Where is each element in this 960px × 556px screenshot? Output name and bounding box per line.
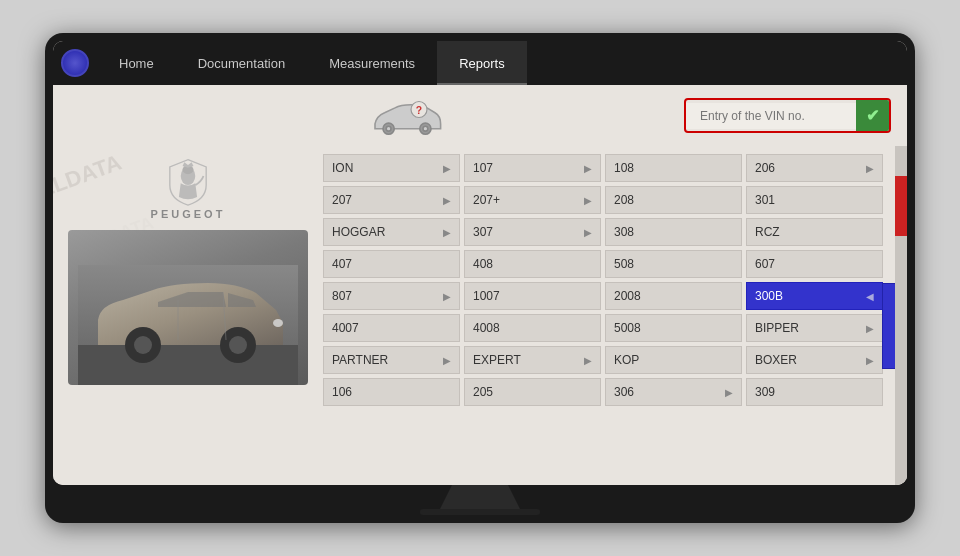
model-cell-407[interactable]: 407 — [323, 250, 460, 278]
arrow-icon: ▶ — [866, 323, 874, 334]
dropdown-item-300b-hybrid4[interactable]: 300B HYbrid4 — [883, 312, 895, 340]
left-panel: ALLDATA ALLDATA — [53, 146, 323, 485]
model-cell-2008[interactable]: 2008 — [605, 282, 742, 310]
scrollbar[interactable] — [895, 146, 907, 485]
model-cell-508[interactable]: 508 — [605, 250, 742, 278]
app-logo — [61, 49, 89, 77]
car-icon-area: ? — [129, 93, 684, 138]
model-dropdown: 300B 300B HYbrid4 300B Chine — [882, 283, 895, 369]
arrow-icon: ▶ — [866, 163, 874, 174]
car-query-icon: ? — [367, 93, 447, 138]
model-grid-area: ION ▶ 107 ▶ 108 206 — [323, 146, 895, 485]
vin-input[interactable] — [686, 103, 856, 129]
svg-text:?: ? — [415, 105, 421, 116]
model-cell-807[interactable]: 807 ▶ — [323, 282, 460, 310]
arrow-icon: ▶ — [584, 355, 592, 366]
model-cell-408[interactable]: 408 — [464, 250, 601, 278]
monitor-stand — [440, 485, 520, 509]
model-cell-hoggar[interactable]: HOGGAR ▶ — [323, 218, 460, 246]
model-cell-306[interactable]: 306 ▶ — [605, 378, 742, 406]
nav-logo-area — [53, 41, 97, 85]
scroll-thumb[interactable] — [895, 176, 907, 236]
arrow-icon: ▶ — [443, 163, 451, 174]
model-cell-4008[interactable]: 4008 — [464, 314, 601, 342]
arrow-icon: ▶ — [443, 227, 451, 238]
model-cell-206[interactable]: 206 ▶ — [746, 154, 883, 182]
model-cell-107[interactable]: 107 ▶ — [464, 154, 601, 182]
model-cell-106[interactable]: 106 — [323, 378, 460, 406]
screen: Home Documentation Measurements Reports — [53, 41, 907, 485]
svg-point-2 — [386, 126, 391, 131]
peugeot-logo-icon — [153, 156, 223, 206]
model-cell-bipper[interactable]: BIPPER ▶ — [746, 314, 883, 342]
arrow-icon: ▶ — [866, 355, 874, 366]
arrow-icon: ▶ — [443, 291, 451, 302]
monitor-outer: Home Documentation Measurements Reports — [45, 33, 915, 523]
model-cell-1007[interactable]: 1007 — [464, 282, 601, 310]
model-cell-rcz[interactable]: RCZ — [746, 218, 883, 246]
arrow-icon: ▶ — [584, 163, 592, 174]
model-cell-205[interactable]: 205 — [464, 378, 601, 406]
nav-measurements[interactable]: Measurements — [307, 41, 437, 85]
model-cell-307[interactable]: 307 ▶ — [464, 218, 601, 246]
model-cell-boxer[interactable]: BOXER ▶ — [746, 346, 883, 374]
model-grid: ION ▶ 107 ▶ 108 206 — [323, 154, 887, 406]
model-cell-301[interactable]: 301 — [746, 186, 883, 214]
svg-point-3 — [423, 126, 428, 131]
model-cell-expert[interactable]: EXPERT ▶ — [464, 346, 601, 374]
dropdown-item-300b[interactable]: 300B — [883, 284, 895, 312]
nav-reports[interactable]: Reports — [437, 41, 527, 85]
svg-point-14 — [273, 319, 283, 327]
model-cell-207[interactable]: 207 ▶ — [323, 186, 460, 214]
brand-logo-area: PEUGEOT — [151, 156, 226, 220]
brand-name: PEUGEOT — [151, 208, 226, 220]
car-silhouette-icon — [78, 265, 298, 385]
checkmark-icon: ✔ — [866, 106, 879, 125]
main-area: ALLDATA ALLDATA — [53, 146, 907, 485]
content-area: ? ✔ ALLDATA ALLDATA — [53, 85, 907, 485]
model-cell-4007[interactable]: 4007 — [323, 314, 460, 342]
arrow-icon: ▶ — [584, 227, 592, 238]
model-cell-5008[interactable]: 5008 — [605, 314, 742, 342]
nav-documentation[interactable]: Documentation — [176, 41, 307, 85]
dropdown-item-300b-chine[interactable]: 300B Chine — [883, 340, 895, 368]
model-cell-607[interactable]: 607 — [746, 250, 883, 278]
arrow-icon: ▶ — [443, 355, 451, 366]
svg-point-13 — [229, 336, 247, 354]
arrow-icon: ◀ — [866, 291, 874, 302]
model-cell-partner[interactable]: PARTNER ▶ — [323, 346, 460, 374]
navbar: Home Documentation Measurements Reports — [53, 41, 907, 85]
model-cell-309[interactable]: 309 — [746, 378, 883, 406]
arrow-icon: ▶ — [443, 195, 451, 206]
nav-home[interactable]: Home — [97, 41, 176, 85]
model-cell-308[interactable]: 308 — [605, 218, 742, 246]
car-image — [68, 230, 308, 385]
arrow-icon: ▶ — [584, 195, 592, 206]
model-cell-207plus[interactable]: 207+ ▶ — [464, 186, 601, 214]
vin-area[interactable]: ✔ — [684, 98, 891, 133]
model-cell-108[interactable]: 108 — [605, 154, 742, 182]
monitor-base — [420, 509, 540, 515]
model-cell-ion[interactable]: ION ▶ — [323, 154, 460, 182]
svg-rect-9 — [78, 345, 298, 385]
watermark-1: ALLDATA — [53, 150, 125, 209]
top-bar: ? ✔ — [53, 85, 907, 146]
arrow-icon: ▶ — [725, 387, 733, 398]
grid-wrapper: ION ▶ 107 ▶ 108 206 — [323, 146, 907, 485]
svg-point-11 — [134, 336, 152, 354]
model-cell-208[interactable]: 208 — [605, 186, 742, 214]
vin-check-button[interactable]: ✔ — [856, 100, 889, 131]
model-cell-kop[interactable]: KOP — [605, 346, 742, 374]
model-cell-300b[interactable]: 300B ◀ 300B 300B HYbrid4 300B Chine — [746, 282, 883, 310]
